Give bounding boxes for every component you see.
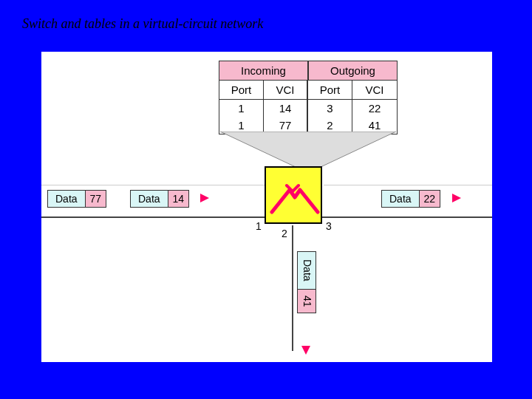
switching-table: Incoming Outgoing Port VCI Port VCI 1 14… xyxy=(219,61,398,134)
col-in-vci: VCI xyxy=(264,81,308,100)
link-line-down xyxy=(292,225,293,351)
col-out-vci: VCI xyxy=(352,81,397,100)
cell: 3 xyxy=(308,100,352,117)
packet-down: Data 41 xyxy=(297,251,316,313)
packet-vci-label: 77 xyxy=(86,190,107,208)
arrow-right-icon xyxy=(200,194,209,202)
arrow-down-icon xyxy=(301,346,310,355)
packet-vci-label: 22 xyxy=(420,190,441,208)
switch-node xyxy=(265,166,322,224)
table-row: 1 14 3 22 xyxy=(219,100,397,117)
packet-data-label: Data xyxy=(47,190,86,208)
packet-right: Data 22 xyxy=(381,190,440,208)
cell: 14 xyxy=(264,100,308,117)
packet-vci-label: 41 xyxy=(297,290,316,314)
table-connector xyxy=(220,132,396,167)
page-title: Switch and tables in a virtual-circuit n… xyxy=(22,16,263,32)
cell: 1 xyxy=(219,100,264,117)
link-line-upper-left xyxy=(41,185,265,185)
svg-marker-0 xyxy=(220,132,396,167)
cell: 22 xyxy=(352,100,397,117)
arrow-right-icon xyxy=(452,194,461,202)
table-header-incoming: Incoming xyxy=(219,61,309,81)
packet-data-label: Data xyxy=(381,190,420,208)
packet-vci-label: 14 xyxy=(168,190,190,208)
packet-left-inner: Data 14 xyxy=(130,190,189,208)
link-line-upper-right xyxy=(324,185,492,185)
packet-data-label: Data xyxy=(130,190,168,208)
switch-fabric-icon xyxy=(266,168,324,225)
diagram-canvas: Incoming Outgoing Port VCI Port VCI 1 14… xyxy=(41,52,492,362)
port-label-bottom: 2 xyxy=(282,228,287,239)
col-out-port: Port xyxy=(308,81,352,100)
table-header-outgoing: Outgoing xyxy=(309,61,397,81)
packet-left-outer: Data 77 xyxy=(47,190,106,208)
packet-data-label: Data xyxy=(297,251,316,290)
port-label-left: 1 xyxy=(256,220,262,232)
col-in-port: Port xyxy=(219,81,264,100)
port-label-right: 3 xyxy=(326,220,332,232)
